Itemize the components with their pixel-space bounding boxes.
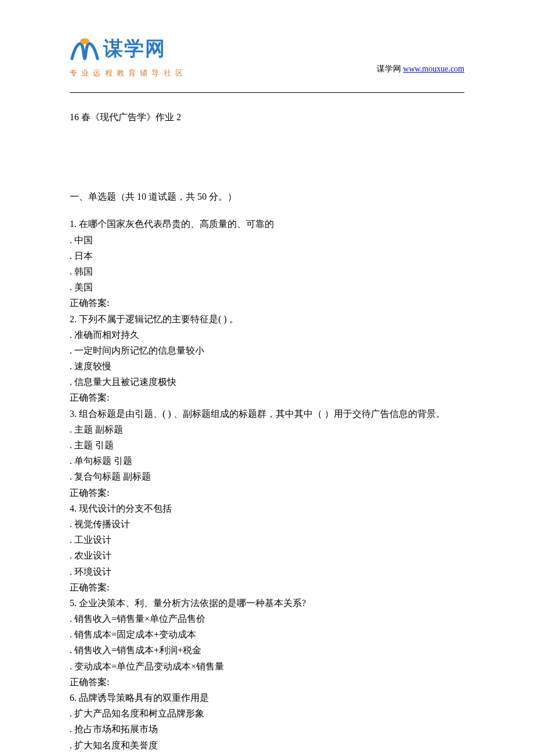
question-option: . 抢占市场和拓展市场 [70, 721, 464, 737]
question-stem: 3. 组合标题是由引题、( ) 、副标题组成的标题群，其中其中（ ）用于交待广告… [70, 406, 464, 422]
question-stem: 6. 品牌诱导策略具有的双重作用是 [70, 690, 464, 705]
site-link[interactable]: www.mouxue.com [403, 64, 464, 73]
question-option: . 美国 [70, 279, 464, 295]
header-divider [70, 92, 464, 93]
question-option: . 韩国 [70, 264, 464, 279]
logo-block: 谋学网 专业远程教育辅导社区 [70, 32, 187, 80]
question-option: . 视觉传播设计 [70, 516, 464, 532]
document-title: 16 春《现代广告学》作业 2 [70, 109, 464, 125]
answer-label: 正确答案: [70, 485, 464, 501]
logo-tagline: 专业远程教育辅导社区 [70, 67, 187, 80]
question-option: . 速度较慢 [70, 358, 464, 374]
question-stem: 1. 在哪个国家灰色代表昂贵的、高质量的、可靠的 [70, 216, 464, 232]
answer-label: 正确答案: [70, 579, 464, 595]
question-block: 3. 组合标题是由引题、( ) 、副标题组成的标题群，其中其中（ ）用于交待广告… [70, 406, 464, 501]
question-option: . 环境设计 [70, 564, 464, 579]
answer-label: 正确答案: [70, 295, 464, 311]
logo-brand-text: 谋学网 [103, 32, 166, 66]
question-block: 4. 现代设计的分支不包括. 视觉传播设计. 工业设计. 农业设计. 环境设计正… [70, 501, 464, 595]
question-block: 2. 下列不属于逻辑记忆的主要特征是( ) 。. 准确而相对持久. 一定时间内所… [70, 311, 464, 406]
question-option: . 准确而相对持久 [70, 327, 464, 343]
question-option: . 工业设计 [70, 532, 464, 548]
page-container: 谋学网 专业远程教育辅导社区 谋学网 www.mouxue.com 16 春《现… [0, 0, 534, 756]
question-option: . 销售收入=销售成本+利润+税金 [70, 642, 464, 658]
question-stem: 2. 下列不属于逻辑记忆的主要特征是( ) 。 [70, 311, 464, 327]
question-option: . 中国 [70, 232, 464, 248]
question-option: . 一定时间内所记忆的信息量较小 [70, 343, 464, 358]
question-option: . 销售收入=销售量×单位产品售价 [70, 611, 464, 627]
logo-text-wrap: 谋学网 [103, 32, 166, 66]
questions-list: 1. 在哪个国家灰色代表昂贵的、高质量的、可靠的. 中国. 日本. 韩国. 美国… [70, 216, 464, 753]
question-stem: 4. 现代设计的分支不包括 [70, 501, 464, 516]
question-block: 6. 品牌诱导策略具有的双重作用是. 扩大产品知名度和树立品牌形象. 抢占市场和… [70, 690, 464, 753]
question-option: . 农业设计 [70, 548, 464, 563]
question-option: . 日本 [70, 248, 464, 264]
question-option: . 主题 副标题 [70, 422, 464, 437]
question-option: . 变动成本=单位产品变动成本×销售量 [70, 658, 464, 674]
section-title: 一、单选题（共 10 道试题，共 50 分。） [70, 189, 464, 204]
question-option: . 信息量大且被记速度极快 [70, 374, 464, 390]
question-block: 1. 在哪个国家灰色代表昂贵的、高质量的、可靠的. 中国. 日本. 韩国. 美国… [70, 216, 464, 311]
document-content: 16 春《现代广告学》作业 2 一、单选题（共 10 道试题，共 50 分。） … [0, 109, 534, 753]
logo-icon [70, 37, 100, 61]
question-option: . 主题 引题 [70, 437, 464, 453]
question-block: 5. 企业决策本、利、量分析方法依据的是哪一种基本关系?. 销售收入=销售量×单… [70, 595, 464, 690]
question-option: . 扩大产品知名度和树立品牌形象 [70, 705, 464, 721]
question-option: . 销售成本=固定成本+变动成本 [70, 627, 464, 642]
answer-label: 正确答案: [70, 390, 464, 405]
logo-top-row: 谋学网 [70, 32, 166, 66]
site-label: 谋学网 [377, 64, 401, 73]
answer-label: 正确答案: [70, 674, 464, 690]
question-option: . 复合句标题 副标题 [70, 469, 464, 484]
question-option: . 单句标题 引题 [70, 453, 464, 469]
header-site-info: 谋学网 www.mouxue.com [377, 62, 464, 80]
question-option: . 扩大知名度和美誉度 [70, 737, 464, 753]
question-stem: 5. 企业决策本、利、量分析方法依据的是哪一种基本关系? [70, 595, 464, 611]
page-header: 谋学网 专业远程教育辅导社区 谋学网 www.mouxue.com [0, 32, 534, 85]
